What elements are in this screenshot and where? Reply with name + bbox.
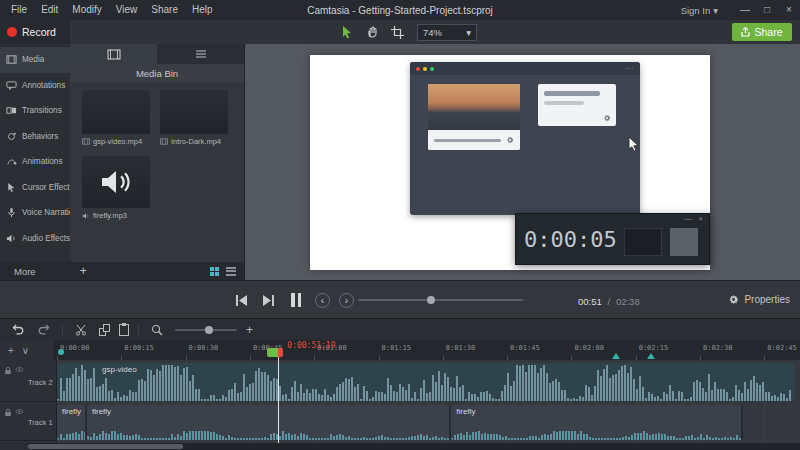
timeline-start-marker[interactable] [58,349,64,355]
add-media-button[interactable]: + [80,264,87,278]
sidebar-item-label: Behaviors [22,132,58,141]
playback-bar: ‹ › 00:51 / 02:38 Properties [0,280,800,318]
canvas-zoom-select[interactable]: 74% ▾ [417,24,477,41]
cut-button[interactable] [72,321,90,339]
library-tab[interactable] [157,44,244,64]
sidebar-item-annotations[interactable]: Annotations [0,73,70,99]
zoom-in-button[interactable]: + [246,323,253,337]
media-bin-tab[interactable] [70,44,157,64]
menu-file[interactable]: File [4,0,34,20]
menu-bar: FileEditModifyViewShareHelp Camtasia - G… [0,0,800,20]
mock-menu-dots-icon: ⋯ [625,62,634,75]
menu-help[interactable]: Help [185,0,220,20]
canvas-area[interactable]: ⋯ [245,44,800,280]
grid-view-button[interactable] [210,267,219,276]
sidebar-item-transitions[interactable]: Transitions [0,98,70,124]
camtasia-window: FileEditModifyViewShareHelp Camtasia - G… [0,0,800,450]
crop-icon [391,26,404,39]
undo-button[interactable] [8,321,26,339]
film-icon [160,138,168,145]
recorder-close-icon[interactable]: × [698,214,703,223]
sidebar-item-label: Media [22,55,44,64]
media-bin-item[interactable]: gsp-video.mp4 [82,90,150,146]
mock-maximize-dot [430,67,434,71]
visibility-icon[interactable] [15,366,23,374]
sidebar-item-behaviors[interactable]: Behaviors [0,124,70,150]
sidebar-item-animations[interactable]: Animations [0,149,70,175]
previous-frame-button[interactable] [232,291,250,309]
timeline-clip-firefly[interactable]: firefly [57,405,87,440]
preview-slider[interactable] [358,299,523,301]
lock-icon[interactable] [4,366,12,374]
sign-in-button[interactable]: Sign In ▾ [681,5,718,16]
redo-icon [38,323,51,336]
timeline-marker-icon[interactable] [647,353,655,359]
timeline-zoom-slider[interactable] [175,329,237,331]
ruler-head: + ∨ [0,340,55,360]
total-duration: 02:38 [616,296,640,307]
menu-modify[interactable]: Modify [65,0,108,20]
caret-down-icon: ▾ [466,27,471,38]
add-track-button[interactable]: + [8,345,14,356]
sidebar-item-audio-effects[interactable]: Audio Effects [0,226,70,252]
media-bin-item[interactable]: Intro-Dark.mp4 [160,90,228,146]
record-button[interactable]: Record [0,20,70,44]
ruler-tick-label: 0:01:30 [446,344,476,352]
sidebar: MediaAnnotationsTransitionsBehaviorsAnim… [0,44,70,262]
playhead-in-handle[interactable] [267,348,278,357]
timeline-clip-firefly[interactable]: firefly [87,405,451,440]
preview-slider-handle[interactable] [427,296,435,304]
timeline-clip-firefly[interactable]: firefly [451,405,742,440]
more-button[interactable]: More [14,266,36,277]
menu-edit[interactable]: Edit [34,0,65,20]
collapse-tracks-button[interactable]: ∨ [22,345,29,356]
pause-button[interactable] [291,293,301,307]
timeline-scrollbar[interactable] [0,443,800,450]
ruler-tick-label: 0:00:00 [60,344,90,352]
timeline-zoom-handle[interactable] [205,326,213,334]
share-button[interactable]: Share [732,23,792,41]
properties-button[interactable]: Properties [728,294,790,305]
close-button[interactable]: × [778,0,800,20]
copy-button[interactable] [99,324,110,336]
media-bin-item[interactable]: firefly.mp3 [82,156,150,220]
jump-back-button[interactable]: ‹ [315,293,330,308]
gear-icon [603,114,611,122]
zoom-out-button[interactable] [148,321,166,339]
sidebar-item-voice-narration[interactable]: Voice Narration [0,200,70,226]
scrollbar-thumb[interactable] [28,444,183,449]
menu-view[interactable]: View [109,0,145,20]
playhead-out-handle[interactable] [278,348,283,357]
timeline-clip-gsp-video[interactable]: gsp-video [57,363,794,401]
crop-tool-button[interactable] [388,23,406,41]
ruler-tick-label: 0:02:45 [767,344,797,352]
jump-forward-button[interactable]: › [339,293,354,308]
clip-label: firefly [92,407,111,416]
recorder-widget: — × 0:00:05 [515,213,710,265]
paste-button[interactable] [119,324,129,336]
ruler-tick-label: 0:02:15 [639,344,669,352]
transitions-icon [6,105,17,116]
waveform [451,431,740,440]
visibility-icon[interactable] [15,408,23,416]
list-view-button[interactable] [226,265,236,277]
sidebar-item-media[interactable]: Media [0,47,70,73]
timeline-marker-icon[interactable] [612,353,620,359]
sidebar-item-cursor-effects[interactable]: Cursor Effects [0,175,70,201]
redo-button[interactable] [35,321,53,339]
timeline-ruler[interactable]: + ∨ 0:00:000:00:150:00:300:00:450:01:000… [0,340,800,360]
menu-share[interactable]: Share [144,0,185,20]
playhead[interactable] [278,357,279,443]
lock-icon[interactable] [4,408,12,416]
panel-footer: More + [0,262,245,280]
toolbar: Record 74% ▾ Share [0,20,800,44]
next-frame-button[interactable] [259,291,277,309]
filmstrip-icon [107,49,121,60]
maximize-button[interactable]: □ [756,0,778,20]
recorder-minimize-icon[interactable]: — [684,214,692,223]
sidebar-item-label: Animations [22,157,63,166]
pan-tool-button[interactable] [363,23,381,41]
minimize-button[interactable]: — [734,0,756,20]
recorder-stop-button[interactable] [670,228,698,256]
select-tool-button[interactable] [338,23,356,41]
